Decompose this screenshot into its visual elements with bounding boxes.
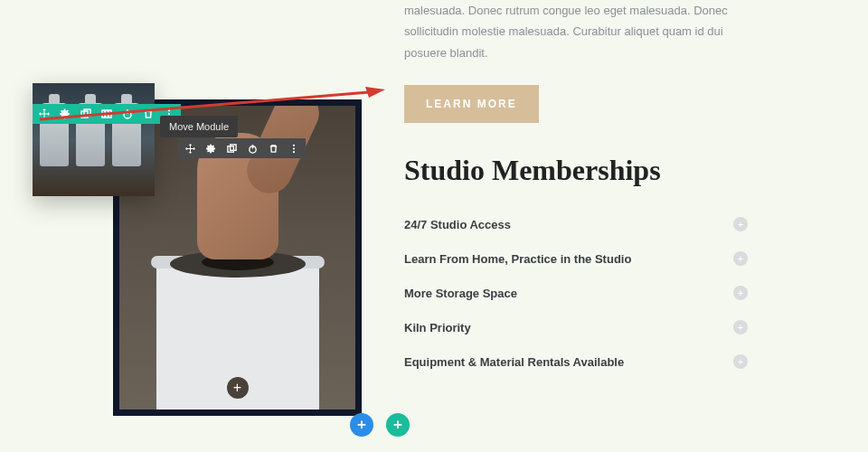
accordion-label: Kiln Priority (404, 321, 471, 334)
svg-rect-3 (106, 110, 108, 118)
intro-paragraph: malesuada. Donec rutrum congue leo eget … (404, 0, 748, 63)
row-toolbar (33, 104, 181, 124)
duplicate-icon[interactable] (80, 108, 92, 120)
gear-icon[interactable] (204, 142, 217, 155)
floating-image-module[interactable] (33, 83, 155, 196)
svg-point-16 (293, 151, 295, 153)
section-heading: Studio Memberships (404, 154, 748, 187)
module-toolbar (178, 138, 306, 158)
accordion-item[interactable]: Learn From Home, Practice in the Studio+ (404, 241, 748, 276)
move-icon[interactable] (38, 108, 51, 120)
accordion-item[interactable]: Equipment & Material Rentals Available+ (404, 344, 748, 379)
svg-rect-2 (102, 110, 105, 118)
expand-icon[interactable]: + (733, 320, 748, 334)
svg-point-8 (168, 113, 170, 115)
svg-marker-18 (365, 87, 385, 98)
accordion-list: 24/7 Studio Access+Learn From Home, Prac… (404, 207, 748, 379)
accordion-item[interactable]: Kiln Priority+ (404, 310, 748, 344)
learn-more-button[interactable]: LEARN MORE (404, 85, 539, 123)
duplicate-icon[interactable] (225, 142, 238, 155)
accordion-item[interactable]: More Storage Space+ (404, 276, 748, 310)
add-section-button[interactable]: + (350, 413, 373, 437)
expand-icon[interactable]: + (733, 251, 748, 266)
expand-icon[interactable]: + (733, 286, 748, 300)
expand-icon[interactable]: + (733, 217, 748, 231)
trash-icon[interactable] (267, 142, 279, 155)
more-icon[interactable] (288, 142, 300, 155)
accordion-label: 24/7 Studio Access (404, 218, 511, 231)
expand-icon[interactable]: + (733, 354, 748, 369)
svg-point-7 (168, 109, 170, 111)
columns-icon[interactable] (100, 108, 113, 120)
tooltip: Move Module (160, 116, 238, 137)
accordion-label: Equipment & Material Rentals Available (404, 355, 624, 369)
content-column: malesuada. Donec rutrum congue leo eget … (404, 0, 748, 379)
power-icon[interactable] (121, 108, 134, 120)
move-icon[interactable] (184, 142, 196, 155)
power-icon[interactable] (246, 142, 259, 155)
accordion-item[interactable]: 24/7 Studio Access+ (404, 207, 748, 241)
gear-icon[interactable] (59, 108, 71, 120)
add-module-button[interactable]: + (227, 377, 249, 399)
accordion-label: More Storage Space (404, 287, 517, 300)
trash-icon[interactable] (142, 108, 155, 120)
svg-rect-4 (108, 110, 111, 118)
accordion-label: Learn From Home, Practice in the Studio (404, 252, 631, 266)
svg-point-15 (293, 147, 295, 149)
svg-point-14 (293, 144, 295, 146)
add-row-button[interactable]: + (386, 413, 410, 437)
